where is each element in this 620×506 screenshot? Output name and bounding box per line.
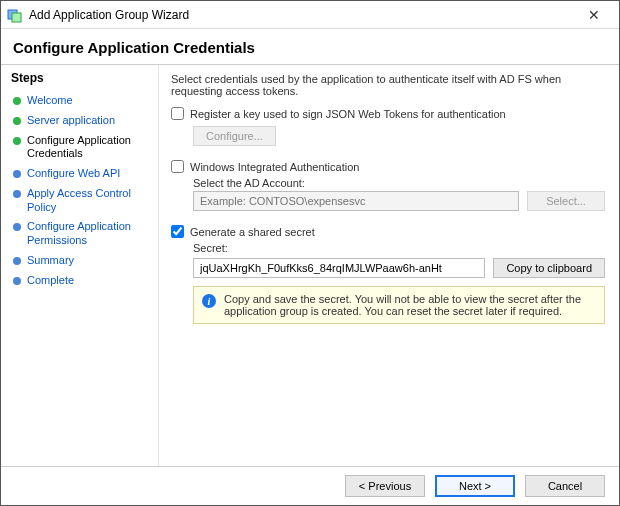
step-label: Apply Access Control Policy (27, 187, 148, 215)
register-key-section: Register a key used to sign JSON Web Tok… (171, 107, 605, 146)
bullet-icon (13, 170, 21, 178)
wia-section: Windows Integrated Authentication Select… (171, 160, 605, 211)
info-icon: i (202, 294, 216, 308)
step-label: Configure Application Permissions (27, 220, 148, 248)
step-app-permissions[interactable]: Configure Application Permissions (11, 217, 150, 251)
step-label: Welcome (27, 94, 73, 108)
step-complete[interactable]: Complete (11, 271, 150, 291)
content-panel: Select credentials used by the applicati… (159, 65, 619, 466)
step-configure-web-api[interactable]: Configure Web API (11, 164, 150, 184)
wia-label: Windows Integrated Authentication (190, 161, 359, 173)
ad-account-label: Select the AD Account: (193, 177, 605, 189)
step-server-application[interactable]: Server application (11, 111, 150, 131)
page-title: Configure Application Credentials (13, 39, 607, 56)
select-account-button: Select... (527, 191, 605, 211)
svg-rect-1 (12, 13, 21, 22)
app-icon (7, 7, 23, 23)
wizard-footer: < Previous Next > Cancel (1, 466, 619, 505)
copy-secret-button[interactable]: Copy to clipboard (493, 258, 605, 278)
close-button[interactable]: ✕ (575, 7, 613, 23)
secret-warning-box: i Copy and save the secret. You will not… (193, 286, 605, 324)
page-header: Configure Application Credentials (1, 29, 619, 60)
step-configure-credentials[interactable]: Configure Application Credentials (11, 131, 150, 165)
step-label: Server application (27, 114, 115, 128)
secret-input[interactable] (193, 258, 485, 278)
configure-key-button: Configure... (193, 126, 276, 146)
next-button[interactable]: Next > (435, 475, 515, 497)
register-key-checkbox[interactable] (171, 107, 184, 120)
step-welcome[interactable]: Welcome (11, 91, 150, 111)
steps-panel: Steps Welcome Server application Configu… (1, 65, 159, 466)
bullet-icon (13, 137, 21, 145)
intro-text: Select credentials used by the applicati… (171, 73, 605, 97)
shared-secret-section: Generate a shared secret Secret: Copy to… (171, 225, 605, 324)
register-key-label: Register a key used to sign JSON Web Tok… (190, 108, 506, 120)
shared-secret-checkbox[interactable] (171, 225, 184, 238)
shared-secret-label: Generate a shared secret (190, 226, 315, 238)
step-access-control[interactable]: Apply Access Control Policy (11, 184, 150, 218)
ad-account-input (193, 191, 519, 211)
secret-warning-text: Copy and save the secret. You will not b… (224, 293, 596, 317)
wizard-window: Add Application Group Wizard ✕ Configure… (0, 0, 620, 506)
step-label: Summary (27, 254, 74, 268)
previous-button[interactable]: < Previous (345, 475, 425, 497)
bullet-icon (13, 97, 21, 105)
steps-heading: Steps (11, 71, 150, 85)
window-title: Add Application Group Wizard (29, 8, 575, 22)
step-label: Configure Application Credentials (27, 134, 148, 162)
step-summary[interactable]: Summary (11, 251, 150, 271)
wizard-body: Steps Welcome Server application Configu… (1, 65, 619, 466)
bullet-icon (13, 277, 21, 285)
bullet-icon (13, 223, 21, 231)
cancel-button[interactable]: Cancel (525, 475, 605, 497)
bullet-icon (13, 190, 21, 198)
step-label: Complete (27, 274, 74, 288)
step-label: Configure Web API (27, 167, 120, 181)
bullet-icon (13, 257, 21, 265)
secret-field-label: Secret: (193, 242, 605, 254)
titlebar: Add Application Group Wizard ✕ (1, 1, 619, 29)
wia-checkbox[interactable] (171, 160, 184, 173)
bullet-icon (13, 117, 21, 125)
